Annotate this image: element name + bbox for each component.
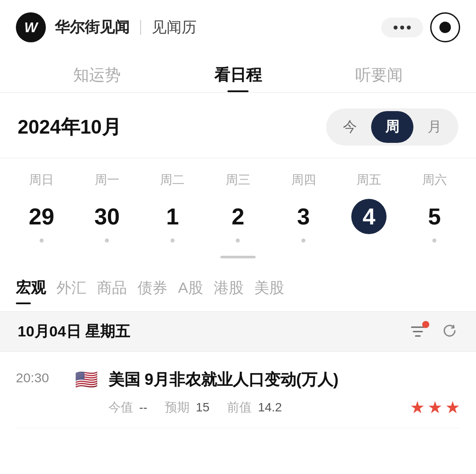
event-time: 20:30 xyxy=(16,369,64,385)
app-logo: W xyxy=(16,12,46,42)
dot-icon xyxy=(407,26,411,30)
event-meta: 今值 -- 预期 15 前值 14.2 ★ ★ ★ xyxy=(108,398,460,417)
date-header-text: 10月04日 星期五 xyxy=(18,321,130,342)
category-tab-bond[interactable]: 债券 xyxy=(138,274,178,304)
category-tab-forex[interactable]: 外汇 xyxy=(56,274,97,304)
date-header-bar: 10月04日 星期五 xyxy=(0,311,476,352)
week-date-1[interactable]: 1 xyxy=(140,199,205,243)
event-title: 美国 9月非农就业人口变动(万人) xyxy=(108,369,460,391)
event-list: 20:30 🇺🇸 美国 9月非农就业人口变动(万人) 今值 -- 预期 15 前… xyxy=(0,352,476,428)
week-date-4[interactable]: 4 xyxy=(336,199,402,243)
date-header-icons xyxy=(409,322,458,341)
date-dot xyxy=(301,239,305,243)
week-date-2[interactable]: 2 xyxy=(205,199,271,243)
view-btn-month[interactable]: 月 xyxy=(413,111,456,143)
app-header: W 华尔街见闻 见闻历 xyxy=(0,0,476,51)
app-title: 华尔街见闻 xyxy=(55,17,130,37)
date-dot xyxy=(432,239,436,243)
tab-kanricheng[interactable]: 看日程 xyxy=(214,64,262,92)
event-meta-current: 今值 -- xyxy=(108,399,147,416)
refresh-button[interactable] xyxy=(441,322,458,341)
week-days-header: 周日 周一 周二 周三 周四 周五 周六 xyxy=(9,167,467,195)
weekday-wed: 周三 xyxy=(205,172,271,188)
header-divider xyxy=(140,20,141,35)
star-1: ★ xyxy=(410,398,425,417)
filter-active-dot xyxy=(422,321,429,328)
dot-icon xyxy=(394,26,398,30)
more-options-button[interactable] xyxy=(381,18,423,37)
view-btn-today[interactable]: 今 xyxy=(329,111,371,143)
header-right xyxy=(381,12,460,42)
category-tab-hkstock[interactable]: 港股 xyxy=(214,274,254,304)
event-meta-forecast: 预期 15 xyxy=(165,399,209,416)
calendar-header: 2024年10月 今 周 月 xyxy=(0,93,476,158)
date-dot xyxy=(171,239,175,243)
record-inner-icon xyxy=(439,22,451,33)
category-tab-commodity[interactable]: 商品 xyxy=(97,274,138,304)
week-calendar: 周日 周一 周二 周三 周四 周五 周六 29 30 1 2 3 4 xyxy=(0,158,476,252)
event-item[interactable]: 20:30 🇺🇸 美国 9月非农就业人口变动(万人) 今值 -- 预期 15 前… xyxy=(16,352,460,428)
star-2: ★ xyxy=(428,398,443,417)
date-dot xyxy=(105,239,109,243)
nav-tabs: 知运势 看日程 听要闻 xyxy=(0,51,476,92)
tab-tingyaowens[interactable]: 听要闻 xyxy=(355,64,403,92)
category-tabs: 宏观 外汇 商品 债券 A股 港股 美股 xyxy=(0,265,476,311)
week-date-5[interactable]: 5 xyxy=(402,199,467,243)
weekday-sun: 周日 xyxy=(9,172,74,188)
tab-zhiyunshi[interactable]: 知运势 xyxy=(73,64,121,92)
dot-icon xyxy=(400,26,404,30)
weekday-mon: 周一 xyxy=(74,172,140,188)
week-dates: 29 30 1 2 3 4 5 xyxy=(9,195,467,248)
scroll-indicator xyxy=(0,252,476,265)
weekday-thu: 周四 xyxy=(271,172,336,188)
header-left: W 华尔街见闻 见闻历 xyxy=(16,12,197,42)
filter-button[interactable] xyxy=(409,323,427,340)
category-tab-astock[interactable]: A股 xyxy=(178,274,214,304)
refresh-icon xyxy=(441,322,458,340)
category-tab-macro[interactable]: 宏观 xyxy=(16,274,56,304)
week-date-29[interactable]: 29 xyxy=(9,199,74,243)
date-dot xyxy=(40,239,44,243)
weekday-sat: 周六 xyxy=(402,172,467,188)
event-stars: ★ ★ ★ xyxy=(410,398,460,417)
view-switcher: 今 周 月 xyxy=(326,108,458,146)
record-button[interactable] xyxy=(430,12,460,42)
event-flag: 🇺🇸 xyxy=(75,369,98,390)
week-date-3[interactable]: 3 xyxy=(271,199,336,243)
week-date-30[interactable]: 30 xyxy=(74,199,140,243)
date-dot xyxy=(367,239,371,243)
weekday-tue: 周二 xyxy=(140,172,205,188)
event-meta-previous: 前值 14.2 xyxy=(227,399,282,416)
date-dot xyxy=(236,239,240,243)
scroll-bar xyxy=(220,256,256,258)
category-tab-usstock[interactable]: 美股 xyxy=(254,274,295,304)
calendar-year-month: 2024年10月 xyxy=(18,114,121,140)
view-btn-week[interactable]: 周 xyxy=(371,111,413,143)
weekday-fri: 周五 xyxy=(336,172,402,188)
header-subtitle: 见闻历 xyxy=(152,17,197,37)
event-content: 美国 9月非农就业人口变动(万人) 今值 -- 预期 15 前值 14.2 ★ … xyxy=(108,369,460,417)
star-3: ★ xyxy=(445,398,460,417)
